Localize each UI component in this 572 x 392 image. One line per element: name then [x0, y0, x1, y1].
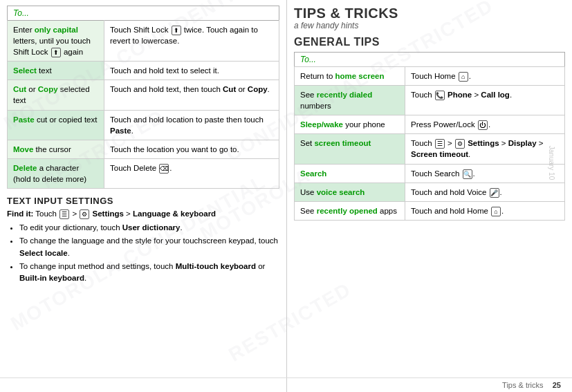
select-highlight: Select	[13, 66, 37, 75]
left-cell-recent: See recently opened apps	[295, 201, 405, 220]
to-header-left: To...	[7, 6, 279, 20]
shift-lock-icon: ⬆	[51, 48, 61, 57]
power-lock-icon: ⏻	[478, 120, 488, 130]
general-tips-table: Return to home screen Touch Home ⌂. See …	[294, 66, 565, 221]
left-cell-timeout: Set screen timeout	[295, 134, 405, 164]
copy-highlight: Copy	[38, 85, 58, 93]
delete-highlight: Delete	[13, 164, 37, 172]
table-row: Enter only capital letters, until you to…	[8, 21, 279, 62]
left-panel: To... Enter only capital letters, until …	[0, 0, 287, 392]
left-cell-delete: Delete a character (hold to delete more)	[8, 158, 104, 188]
caps-highlight: only capital	[35, 26, 78, 34]
voice-search-highlight: voice search	[317, 188, 365, 196]
left-cell-cut: Cut or Copy selected text	[8, 80, 104, 110]
table-row: Return to home screen Touch Home ⌂.	[295, 67, 565, 86]
table-row: Search Touch Search 🔍.	[295, 164, 565, 183]
cut-highlight: Cut	[13, 85, 26, 93]
text-input-section: TEXT INPUT SETTINGS Find it: Touch ☰ > ⚙…	[7, 196, 279, 286]
to-label-right: To...	[300, 55, 316, 64]
search-icon: 🔍	[463, 169, 472, 179]
date-watermark: January 10	[548, 146, 555, 180]
table-row: Set screen timeout Touch ☰ > ⚙ Settings …	[295, 134, 565, 164]
home-icon: ⌂	[459, 72, 468, 82]
settings-icon-r: ⚙	[455, 139, 465, 149]
right-cell-cut: Touch and hold text, then touch Cut or C…	[104, 80, 279, 110]
right-cell-select: Touch and hold text to select it.	[104, 62, 279, 80]
menu-icon: ☰	[59, 209, 69, 219]
list-item: To change the language and the style for…	[19, 235, 279, 259]
right-cell-caps: Touch Shift Lock ⬆ twice. Touch again to…	[104, 21, 279, 62]
home-screen-highlight: home screen	[335, 72, 385, 80]
sleep-wake-highlight: Sleep/wake	[300, 120, 343, 129]
right-cell-move: Touch the location you want to go to.	[104, 140, 279, 158]
footer-bar: Tips & tricks 25	[0, 377, 572, 392]
left-cell-dialed: See recently dialed numbers	[295, 86, 405, 115]
right-cell-search: Touch Search 🔍.	[405, 164, 565, 183]
left-cell-caps: Enter only capital letters, until you to…	[8, 21, 104, 62]
right-cell-sleep: Press Power/Lock ⏻.	[405, 115, 565, 134]
table-row: Delete a character (hold to delete more)…	[8, 158, 279, 188]
general-tips-title: GENERAL TIPS	[294, 36, 565, 48]
to-header-right: To...	[294, 52, 565, 66]
right-cell-delete: Touch Delete ⌫.	[104, 158, 279, 188]
text-input-title: TEXT INPUT SETTINGS	[7, 196, 279, 206]
paste-highlight: Paste	[13, 115, 35, 124]
left-cell-sleep: Sleep/wake your phone	[295, 115, 405, 134]
phone-icon: 📞	[435, 91, 445, 100]
left-cell-home: Return to home screen	[295, 67, 405, 86]
table-row: See recently opened apps Touch and hold …	[295, 201, 565, 220]
page-number: 25	[553, 381, 561, 389]
to-label-italic: To...	[13, 8, 29, 18]
screen-timeout-highlight: screen timeout	[314, 139, 371, 147]
left-cell-search: Search	[295, 164, 405, 183]
table-row: Sleep/wake your phone Press Power/Lock ⏻…	[295, 115, 565, 134]
home-icon-2: ⌂	[491, 207, 501, 216]
table-row: See recently dialed numbers Touch 📞 Phon…	[295, 86, 565, 115]
right-cell-voice: Touch and hold Voice 🎤.	[405, 183, 565, 201]
right-cell-paste: Touch and hold location to paste then to…	[104, 110, 279, 140]
delete-icon: ⌫	[159, 164, 169, 174]
table-row: Select text Touch and hold text to selec…	[8, 62, 279, 80]
move-highlight: Move	[13, 145, 33, 153]
search-highlight: Search	[300, 169, 326, 178]
find-it-label: Find it:	[7, 209, 33, 218]
table-row: Cut or Copy selected text Touch and hold…	[8, 80, 279, 110]
right-cell-home: Touch Home ⌂.	[405, 67, 565, 86]
settings-icon: ⚙	[80, 209, 89, 219]
recently-dialed-highlight: recently dialed	[317, 91, 373, 99]
tips-tricks-subtitle: a few handy hints	[294, 21, 565, 30]
left-cell-voice: Use voice search	[295, 183, 405, 201]
footer-text: Tips & tricks	[502, 381, 544, 389]
menu-icon-r: ☰	[435, 139, 445, 149]
left-cell-paste: Paste cut or copied text	[8, 110, 104, 140]
left-cell-select: Select text	[8, 62, 104, 80]
find-it-line: Find it: Touch ☰ > ⚙ Settings > Language…	[7, 208, 279, 219]
table-row: Use voice search Touch and hold Voice 🎤.	[295, 183, 565, 201]
table-row: Move the cursor Touch the location you w…	[8, 140, 279, 158]
shift-lock-icon-2: ⬆	[172, 26, 181, 35]
tips-tricks-title: TIPS & TRICKS	[294, 6, 565, 21]
page-container: To... Enter only capital letters, until …	[0, 0, 572, 392]
right-cell-recent: Touch and hold Home ⌂.	[405, 201, 565, 220]
right-panel: TIPS & TRICKS a few handy hints GENERAL …	[287, 0, 572, 392]
recently-opened-highlight: recently opened	[317, 207, 378, 215]
left-tips-table: Enter only capital letters, until you to…	[7, 20, 279, 189]
bullet-list: To edit your dictionary, touch User dict…	[7, 222, 279, 284]
voice-icon: 🎤	[490, 188, 499, 198]
right-cell-dialed: Touch 📞 Phone > Call log.	[405, 86, 565, 115]
list-item: To change input method and settings, tou…	[19, 261, 279, 285]
table-row: Paste cut or copied text Touch and hold …	[8, 110, 279, 140]
right-cell-timeout: Touch ☰ > ⚙ Settings > Display > Screen …	[405, 134, 565, 164]
left-cell-move: Move the cursor	[8, 140, 104, 158]
list-item: To edit your dictionary, touch User dict…	[19, 222, 279, 234]
